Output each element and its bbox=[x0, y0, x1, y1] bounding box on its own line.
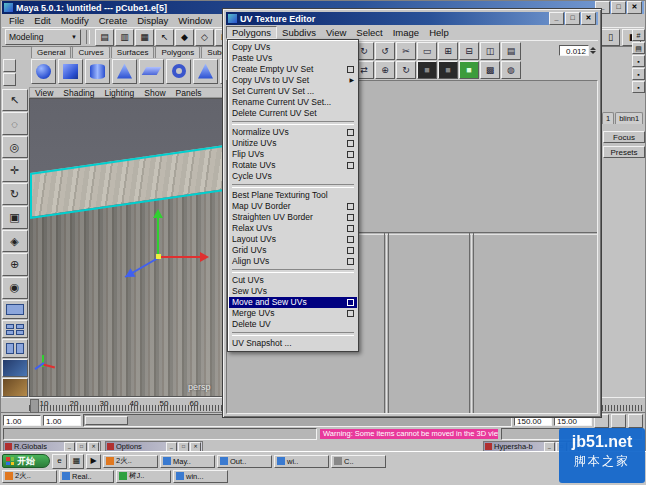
viewport-menu-item[interactable]: View bbox=[35, 88, 53, 98]
option-box-icon[interactable] bbox=[347, 310, 354, 317]
menu-item[interactable]: Set Current UV Set ... ▶ bbox=[229, 86, 357, 97]
menu-item[interactable]: Unitize UVs ▶ bbox=[229, 138, 357, 149]
menu-item[interactable]: Delete UV ▶ bbox=[229, 319, 357, 330]
poly-cylinder-icon[interactable] bbox=[85, 59, 110, 84]
move-tool-icon[interactable]: ✛ bbox=[2, 159, 28, 181]
uv-distance-field[interactable]: 0.012 bbox=[559, 45, 589, 56]
poly-plane-icon[interactable] bbox=[139, 59, 164, 84]
menu-item[interactable]: Create Empty UV Set ▶ bbox=[229, 64, 357, 75]
viewport-menu-item[interactable]: Lighting bbox=[104, 88, 134, 98]
mode-selector[interactable]: Modeling ▼ bbox=[5, 29, 81, 45]
close-icon[interactable]: ✕ bbox=[627, 1, 642, 14]
option-box-icon[interactable] bbox=[347, 203, 354, 210]
poly-torus-icon[interactable] bbox=[166, 59, 191, 84]
taskbar-app-button[interactable]: C.. bbox=[331, 455, 386, 468]
menubar-item[interactable]: Modify bbox=[56, 15, 94, 26]
layout-persp-outliner-button[interactable] bbox=[2, 359, 28, 378]
lasso-tool-icon[interactable]: ◌ bbox=[2, 112, 28, 134]
menu-item[interactable]: Straighten UV Border ▶ bbox=[229, 212, 357, 223]
uv-menubar-item[interactable]: Polygons bbox=[226, 26, 277, 39]
viewport-menu-item[interactable]: Show bbox=[144, 88, 165, 98]
select-component-icon[interactable]: ◇ bbox=[195, 29, 214, 46]
option-box-icon[interactable] bbox=[347, 214, 354, 221]
minimize-icon[interactable]: _ bbox=[166, 442, 177, 452]
option-box-icon[interactable] bbox=[347, 151, 354, 158]
option-box-icon[interactable] bbox=[347, 236, 354, 243]
menu-item[interactable]: Best Plane Texturing Tool ▶ bbox=[229, 190, 357, 201]
layout-four-pane-button[interactable] bbox=[2, 320, 28, 339]
move-manipulator-x-axis[interactable] bbox=[159, 256, 201, 258]
menu-item[interactable]: Merge UVs ▶ bbox=[229, 308, 357, 319]
uv-toolbar-icon[interactable]: ✂ bbox=[396, 42, 416, 60]
option-box-icon[interactable] bbox=[347, 140, 354, 147]
menu-item[interactable]: Rotate UVs ▶ bbox=[229, 160, 357, 171]
option-box-icon[interactable] bbox=[347, 162, 354, 169]
show-channel-box-icon[interactable]: ▯ bbox=[601, 29, 620, 46]
grid-icon[interactable]: # bbox=[632, 29, 645, 41]
minimize-icon[interactable]: _ bbox=[64, 442, 75, 452]
uv-toolbar-icon[interactable]: ↺ bbox=[375, 42, 395, 60]
taskbar-app-button[interactable]: May.. bbox=[160, 455, 215, 468]
poly-cone-icon[interactable] bbox=[112, 59, 137, 84]
taskbar-app-button[interactable]: wi.. bbox=[274, 455, 329, 468]
taskbar-app-button[interactable]: 2火.. bbox=[2, 470, 57, 483]
option-box-icon[interactable] bbox=[347, 299, 354, 306]
menu-item[interactable]: Copy UVs to UV Set ▶ bbox=[229, 75, 357, 86]
uv-toolbar-icon[interactable]: ◫ bbox=[480, 42, 500, 60]
menu-item[interactable]: Flip UVs ▶ bbox=[229, 149, 357, 160]
maximize-icon[interactable]: □ bbox=[611, 1, 626, 14]
rotate-tool-icon[interactable]: ↻ bbox=[2, 183, 28, 205]
uv-toolbar-icon[interactable]: ◍ bbox=[501, 61, 521, 79]
uv-toolbar-icon[interactable]: ■ bbox=[438, 61, 458, 79]
uv-toolbar-icon[interactable]: ■ bbox=[459, 61, 479, 79]
tab-blinn1[interactable]: blinn1 bbox=[615, 112, 643, 124]
move-manipulator-center-handle[interactable] bbox=[156, 254, 161, 259]
start-button[interactable]: 开始 bbox=[2, 454, 50, 468]
maximize-icon[interactable]: □ bbox=[565, 12, 580, 25]
new-scene-icon[interactable]: ▤ bbox=[95, 29, 114, 46]
taskbar-app-button[interactable]: 2火.. bbox=[103, 455, 158, 468]
character-menu-button[interactable] bbox=[628, 414, 643, 428]
uv-menubar-item[interactable]: Select bbox=[351, 27, 387, 38]
uv-menubar-item[interactable]: Subdivs bbox=[277, 27, 321, 38]
open-scene-icon[interactable]: ▥ bbox=[115, 29, 134, 46]
uv-editor-titlebar[interactable]: UV Texture Editor _ □ ✕ bbox=[226, 12, 598, 25]
range-slider-handle[interactable] bbox=[85, 416, 128, 425]
soft-mod-tool-icon[interactable]: ◈ bbox=[2, 230, 28, 252]
menu-item[interactable]: UV Snapshot ... ▶ bbox=[229, 338, 357, 349]
command-line-input[interactable] bbox=[3, 428, 317, 440]
poly-prism-icon[interactable] bbox=[193, 59, 218, 84]
close-icon[interactable]: ✕ bbox=[581, 12, 596, 25]
uv-menubar-item[interactable]: Help bbox=[424, 27, 454, 38]
uv-toolbar-icon[interactable]: ▭ bbox=[417, 42, 437, 60]
last-tool-icon[interactable]: ◉ bbox=[2, 277, 28, 299]
move-manipulator-y-axis[interactable] bbox=[157, 213, 159, 257]
ie-icon[interactable]: e bbox=[52, 454, 67, 469]
bin-icon[interactable]: ▪ bbox=[632, 81, 645, 93]
menu-item[interactable]: Relax UVs ▶ bbox=[229, 223, 357, 234]
channel-box-toggle-icon[interactable]: ▤ bbox=[632, 42, 645, 54]
tab-number[interactable]: 1 bbox=[602, 112, 614, 124]
close-icon[interactable]: ✕ bbox=[88, 442, 99, 452]
option-box-icon[interactable] bbox=[347, 225, 354, 232]
menu-item[interactable]: Copy UVs ▶ bbox=[229, 42, 357, 53]
maximize-icon[interactable]: □ bbox=[178, 442, 189, 452]
uv-toolbar-icon[interactable]: ⊞ bbox=[438, 42, 458, 60]
media-player-icon[interactable]: ▶ bbox=[86, 454, 101, 469]
scale-tool-icon[interactable]: ▣ bbox=[2, 206, 28, 228]
paint-select-tool-icon[interactable]: ◎ bbox=[2, 136, 28, 158]
animation-start-field[interactable]: 1.00 bbox=[3, 415, 41, 426]
menubar-item[interactable]: Create bbox=[94, 15, 133, 26]
select-hierarchy-icon[interactable]: ↖ bbox=[155, 29, 174, 46]
bin-icon[interactable]: ▪ bbox=[632, 55, 645, 67]
minimize-icon[interactable]: _ bbox=[549, 12, 564, 25]
animation-preferences-button[interactable] bbox=[611, 414, 626, 428]
taskbar-app-button[interactable]: Out.. bbox=[217, 455, 272, 468]
select-tool-icon[interactable]: ↖ bbox=[2, 89, 28, 111]
menu-item[interactable]: Delete Current UV Set ▶ bbox=[229, 108, 357, 119]
poly-sphere-icon[interactable] bbox=[31, 59, 56, 84]
desktop-icon[interactable]: ▦ bbox=[69, 454, 84, 469]
focus-button[interactable]: Focus bbox=[603, 131, 645, 143]
option-box-icon[interactable] bbox=[347, 258, 354, 265]
maximize-icon[interactable]: □ bbox=[76, 442, 87, 452]
